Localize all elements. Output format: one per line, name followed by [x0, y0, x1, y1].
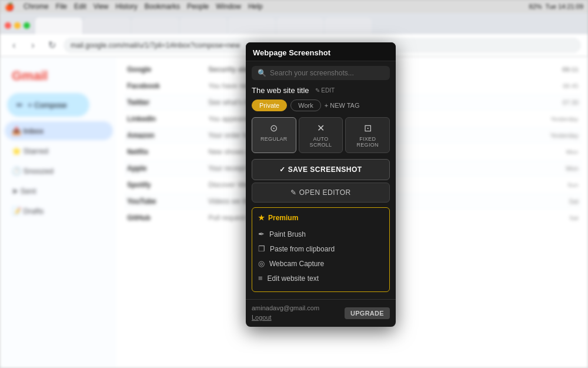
search-bar[interactable]: 🔍	[252, 66, 390, 80]
save-screenshot-button[interactable]: ✓ SAVE SCREENSHOT	[252, 159, 390, 180]
save-label: ✓ SAVE SCREENSHOT	[279, 165, 362, 174]
maximize-traffic-light[interactable]	[24, 22, 30, 29]
paintbrush-icon: ✒	[258, 230, 265, 238]
menu-view: View	[93, 2, 109, 11]
forward-button[interactable]: ›	[26, 38, 40, 52]
tab-4[interactable]	[180, 18, 227, 34]
email-sender-6: Netflix	[127, 148, 203, 156]
edit-text-label: Edit website text	[268, 274, 319, 283]
new-tag-button[interactable]: + NEW TAG	[325, 102, 360, 109]
email-time-7: Mon	[549, 165, 579, 172]
close-traffic-light[interactable]	[5, 22, 11, 29]
popup-content: 🔍 The web site title ✎ EDIT Private Work…	[246, 66, 396, 294]
menu-chrome: Chrome	[24, 2, 49, 11]
compose-icon: ✏	[16, 101, 23, 110]
email-time-4: Yesterday	[549, 115, 579, 122]
paste-icon: ❐	[258, 244, 265, 253]
edit-title-button[interactable]: ✎ EDIT	[313, 87, 338, 94]
premium-item-webcam[interactable]: ◎ Webcam Capture	[258, 256, 383, 271]
regular-icon: ⊙	[270, 122, 278, 134]
minimize-traffic-light[interactable]	[14, 22, 21, 29]
compose-button[interactable]: ✏ + Compose	[7, 93, 89, 117]
upgrade-button[interactable]: UPGRADE	[345, 307, 390, 319]
tab-5[interactable]	[228, 18, 275, 34]
email-time-1: 09:11	[549, 66, 579, 73]
tab-2[interactable]	[83, 18, 131, 34]
tab-7[interactable]	[325, 18, 372, 34]
tags-row: Private Work + NEW TAG	[252, 100, 390, 111]
back-button[interactable]: ‹	[7, 38, 21, 52]
tag-private[interactable]: Private	[252, 100, 287, 111]
premium-label: Premium	[268, 214, 298, 222]
auto-scroll-icon: ✕	[317, 122, 325, 134]
menu-window: Window	[216, 2, 241, 11]
email-sender-7: Apple	[127, 164, 203, 173]
logout-link[interactable]: Logout	[252, 314, 272, 321]
compose-label: + Compose	[28, 101, 67, 110]
menu-edit: Edit	[74, 2, 86, 11]
email-time-6: Mon	[549, 148, 579, 155]
menu-bookmarks: Bookmarks	[145, 2, 180, 11]
mac-menubar: 🍎 Chrome File Edit View History Bookmark…	[0, 0, 588, 13]
nav-sent[interactable]: ➤ Sent	[5, 181, 113, 200]
traffic-lights	[5, 22, 30, 29]
footer-email: aminadavg@gmail.com	[252, 304, 319, 311]
premium-item-paste[interactable]: ❐ Paste from clipboard	[258, 241, 383, 256]
open-editor-button[interactable]: ✎ OPEN EDITOR	[252, 183, 390, 203]
premium-item-edit-text[interactable]: ≡ Edit website text	[258, 271, 383, 286]
editor-label: ✎ OPEN EDITOR	[290, 188, 350, 197]
email-time-2: 08:45	[549, 82, 579, 89]
premium-title: ★ Premium	[258, 214, 383, 222]
regular-label: REGULAR	[260, 136, 288, 142]
email-time-10: Sat	[549, 214, 579, 221]
paste-label: Paste from clipboard	[270, 245, 335, 253]
email-sender-3: Twitter	[127, 98, 203, 107]
email-time-9: Sat	[549, 198, 579, 205]
nav-snoozed[interactable]: 🕐 Snoozed	[5, 161, 113, 180]
nav-drafts[interactable]: 📝 Drafts	[5, 201, 113, 220]
address-text: mail.google.com/mail/u/1/7pli=1#inbox?co…	[71, 41, 240, 49]
capture-mode-auto-scroll[interactable]: ✕ AUTO SCROLL	[299, 117, 343, 153]
popup-title: Webpage Screenshot	[253, 48, 389, 57]
nav-starred[interactable]: ⭐ Starred	[5, 141, 113, 160]
tab-6[interactable]	[276, 18, 323, 34]
email-sender-4: LinkedIn	[127, 115, 203, 123]
capture-mode-regular[interactable]: ⊙ REGULAR	[252, 117, 296, 153]
nav-inbox[interactable]: 📥 Inbox	[5, 121, 113, 140]
star-icon: ★	[258, 214, 265, 222]
menu-help: Help	[248, 2, 263, 11]
tab-row	[0, 13, 588, 34]
clock: Tue 14:21:09	[546, 3, 583, 10]
premium-section: ★ Premium ✒ Paint Brush ❐ Paste from cli…	[252, 207, 390, 292]
tab-3[interactable]	[132, 18, 179, 34]
webcam-icon: ◎	[258, 259, 265, 268]
popup-footer: aminadavg@gmail.com Logout UPGRADE	[246, 299, 396, 327]
capture-modes: ⊙ REGULAR ✕ AUTO SCROLL ⊡ FIXED REGION	[252, 117, 390, 153]
email-sender-8: Spotify	[127, 181, 203, 189]
capture-mode-fixed-region[interactable]: ⊡ FIXED REGION	[345, 117, 390, 153]
menu-file: File	[56, 2, 67, 11]
fixed-region-label: FIXED REGION	[348, 136, 387, 148]
gmail-logo: Gmail	[5, 64, 113, 88]
webcam-label: Webcam Capture	[269, 260, 324, 268]
email-sender-2: Facebook	[127, 82, 203, 90]
tag-work[interactable]: Work	[290, 100, 320, 111]
site-title-row: The web site title ✎ EDIT	[252, 86, 390, 95]
premium-item-paintbrush[interactable]: ✒ Paint Brush	[258, 227, 383, 241]
fixed-region-icon: ⊡	[364, 122, 372, 134]
email-time-8: Sun	[549, 181, 579, 188]
reload-button[interactable]: ↻	[45, 38, 59, 52]
menubar-right-icons: 82% Tue 14:21:09	[529, 3, 583, 10]
footer-left: aminadavg@gmail.com Logout	[252, 304, 319, 322]
auto-scroll-label: AUTO SCROLL	[302, 136, 340, 148]
menu-people: People	[187, 2, 209, 11]
email-time-5: Yesterday	[549, 132, 579, 139]
gmail-sidebar: Gmail ✏ + Compose 📥 Inbox ⭐ Starred 🕐 Sn…	[0, 57, 118, 368]
email-sender-5: Amazon	[127, 131, 203, 140]
paintbrush-label: Paint Brush	[269, 230, 306, 238]
email-sender-9: YouTube	[127, 197, 203, 205]
email-time-3: 07:30	[549, 99, 579, 106]
search-input[interactable]	[270, 69, 384, 77]
battery-indicator: 82%	[529, 3, 542, 10]
active-tab[interactable]	[35, 18, 82, 34]
